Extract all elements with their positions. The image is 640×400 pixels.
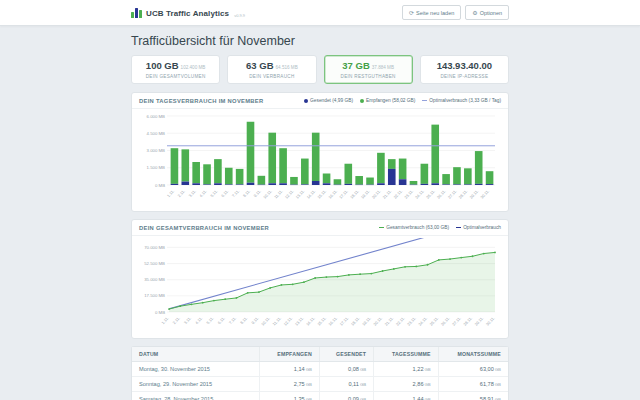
data-point[interactable]	[393, 268, 395, 270]
x-axis-tick-label: 2.11.	[177, 188, 186, 198]
data-point[interactable]	[415, 265, 417, 267]
data-point[interactable]	[460, 256, 462, 258]
bar-empfangen[interactable]	[442, 174, 450, 184]
x-axis-tick-label: 1.11.	[160, 315, 169, 325]
bar-gesendet[interactable]	[486, 184, 494, 185]
data-point[interactable]	[224, 298, 226, 300]
bar-gesendet[interactable]	[464, 184, 472, 185]
bar-gesendet[interactable]	[323, 183, 331, 185]
bar-empfangen[interactable]	[312, 132, 320, 180]
bar-gesendet[interactable]	[388, 168, 396, 184]
bar-empfangen[interactable]	[431, 124, 439, 183]
bar-gesendet[interactable]	[225, 184, 233, 185]
legend-item[interactable]: Empfangen (58,02 GB)	[360, 98, 415, 103]
bar-gesendet[interactable]	[181, 181, 189, 184]
bar-gesendet[interactable]	[399, 179, 407, 185]
bar-empfangen[interactable]	[247, 121, 255, 182]
data-point[interactable]	[427, 263, 429, 265]
data-point[interactable]	[494, 251, 496, 253]
data-point[interactable]	[236, 297, 238, 299]
data-point[interactable]	[303, 281, 305, 283]
bar-empfangen[interactable]	[421, 163, 429, 183]
data-point[interactable]	[269, 287, 271, 289]
data-point[interactable]	[247, 291, 249, 293]
data-point[interactable]	[472, 255, 474, 257]
bar-gesendet[interactable]	[279, 183, 287, 185]
legend-item[interactable]: Gesendet (4,99 GB)	[304, 98, 353, 103]
bar-empfangen[interactable]	[225, 167, 233, 184]
data-point[interactable]	[337, 275, 339, 277]
data-point[interactable]	[281, 284, 283, 286]
bar-gesendet[interactable]	[377, 183, 385, 185]
bar-gesendet[interactable]	[171, 183, 179, 184]
data-point[interactable]	[370, 272, 372, 274]
legend-item[interactable]: Optimalverbrauch	[456, 225, 501, 230]
bar-gesendet[interactable]	[344, 183, 352, 184]
data-point[interactable]	[168, 308, 170, 310]
bar-empfangen[interactable]	[366, 177, 374, 184]
data-point[interactable]	[292, 283, 294, 285]
app-version: v0.9.9	[234, 13, 245, 18]
bar-empfangen[interactable]	[268, 132, 276, 183]
bar-gesendet[interactable]	[431, 183, 439, 185]
data-point[interactable]	[483, 252, 485, 254]
options-button[interactable]: ⚙ Optionen	[465, 5, 509, 20]
bar-empfangen[interactable]	[344, 163, 352, 183]
bar-empfangen[interactable]	[279, 148, 287, 183]
bar-empfangen[interactable]	[236, 168, 244, 184]
bar-empfangen[interactable]	[290, 176, 298, 184]
data-point[interactable]	[449, 258, 451, 260]
bar-empfangen[interactable]	[334, 179, 342, 184]
data-point[interactable]	[404, 265, 406, 267]
bar-empfangen[interactable]	[355, 176, 363, 185]
bar-empfangen[interactable]	[453, 167, 461, 184]
bar-empfangen[interactable]	[203, 164, 211, 184]
bar-empfangen[interactable]	[388, 159, 396, 169]
cell-gesendet: 0,08GB	[319, 361, 373, 376]
bar-empfangen[interactable]	[171, 148, 179, 184]
bar-gesendet[interactable]	[247, 182, 255, 184]
bar-gesendet[interactable]	[192, 183, 200, 185]
bar-empfangen[interactable]	[486, 171, 494, 184]
data-point[interactable]	[179, 305, 181, 307]
bar-empfangen[interactable]	[181, 149, 189, 181]
x-axis-tick-label: 1.11.	[166, 188, 175, 198]
bar-gesendet[interactable]	[421, 183, 429, 184]
bar-empfangen[interactable]	[192, 162, 200, 183]
bar-gesendet[interactable]	[301, 184, 309, 185]
data-point[interactable]	[382, 270, 384, 272]
reload-button[interactable]: ⟳ Seite neu laden	[402, 5, 461, 20]
bar-empfangen[interactable]	[214, 159, 222, 183]
bar-gesendet[interactable]	[236, 184, 244, 185]
bar-empfangen[interactable]	[301, 158, 309, 184]
data-point[interactable]	[359, 273, 361, 275]
bar-gesendet[interactable]	[268, 183, 276, 185]
bar-gesendet[interactable]	[453, 184, 461, 185]
legend-item[interactable]: Gesamtverbrauch (63,00 GB)	[379, 225, 449, 230]
data-point[interactable]	[325, 276, 327, 278]
bar-empfangen[interactable]	[258, 175, 266, 184]
bar-empfangen[interactable]	[410, 180, 418, 184]
cell-unit: GB	[425, 397, 431, 400]
bar-gesendet[interactable]	[475, 183, 483, 184]
stat-value: 63 GB	[246, 60, 273, 71]
data-point[interactable]	[202, 301, 204, 303]
bar-empfangen[interactable]	[399, 158, 407, 179]
data-point[interactable]	[213, 299, 215, 301]
data-point[interactable]	[438, 259, 440, 261]
bar-empfangen[interactable]	[323, 173, 331, 183]
data-point[interactable]	[191, 303, 193, 305]
bar-empfangen[interactable]	[475, 151, 483, 184]
legend-item[interactable]: Optimalverbrauch (3,33 GB / Tag)	[422, 98, 501, 103]
bar-empfangen[interactable]	[377, 152, 385, 182]
data-point[interactable]	[314, 277, 316, 279]
bar-gesendet[interactable]	[312, 180, 320, 184]
x-axis-tick-label: 13.11.	[294, 315, 305, 326]
bar-empfangen[interactable]	[464, 168, 472, 184]
x-axis-tick-label: 24.11.	[417, 315, 428, 326]
data-point[interactable]	[348, 273, 350, 275]
data-point[interactable]	[258, 291, 260, 293]
bar-gesendet[interactable]	[214, 183, 222, 185]
bar-gesendet[interactable]	[203, 184, 211, 185]
bar-gesendet[interactable]	[442, 184, 450, 185]
